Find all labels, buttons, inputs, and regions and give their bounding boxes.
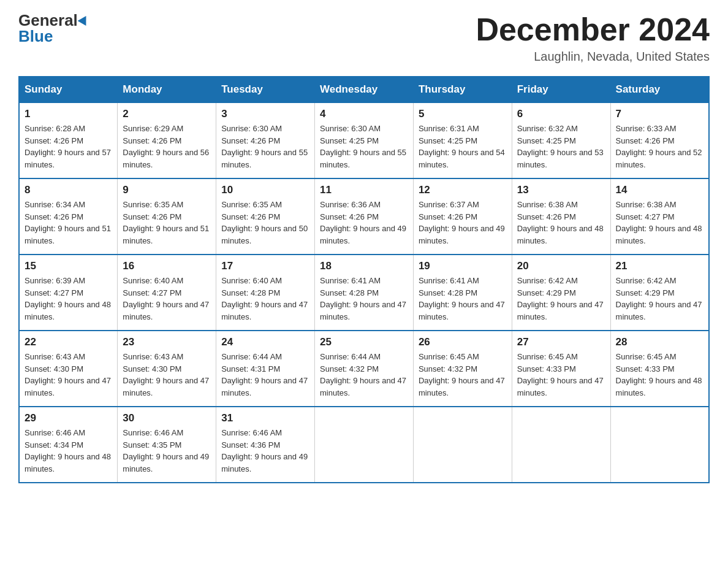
table-row: 25 Sunrise: 6:44 AMSunset: 4:32 PMDaylig… xyxy=(315,331,414,407)
logo-general: General xyxy=(18,12,78,28)
title-section: December 2024 Laughlin, Nevada, United S… xyxy=(476,12,710,64)
header-wednesday: Wednesday xyxy=(315,77,414,102)
table-row: 11 Sunrise: 6:36 AMSunset: 4:26 PMDaylig… xyxy=(315,178,414,255)
day-number: 6 xyxy=(517,108,605,120)
day-info: Sunrise: 6:35 AMSunset: 4:26 PMDaylight:… xyxy=(123,200,209,245)
table-row: 7 Sunrise: 6:33 AMSunset: 4:26 PMDayligh… xyxy=(610,102,709,178)
day-info: Sunrise: 6:29 AMSunset: 4:26 PMDaylight:… xyxy=(123,124,209,169)
day-info: Sunrise: 6:39 AMSunset: 4:27 PMDaylight:… xyxy=(25,276,111,321)
day-number: 9 xyxy=(123,184,211,196)
day-number: 25 xyxy=(320,336,408,348)
table-row: 1 Sunrise: 6:28 AMSunset: 4:26 PMDayligh… xyxy=(19,102,118,178)
table-row: 16 Sunrise: 6:40 AMSunset: 4:27 PMDaylig… xyxy=(118,255,216,331)
day-info: Sunrise: 6:46 AMSunset: 4:34 PMDaylight:… xyxy=(25,428,111,473)
table-row: 24 Sunrise: 6:44 AMSunset: 4:31 PMDaylig… xyxy=(216,331,315,407)
day-number: 3 xyxy=(221,108,309,120)
table-row: 17 Sunrise: 6:40 AMSunset: 4:28 PMDaylig… xyxy=(216,255,315,331)
day-number: 15 xyxy=(25,260,112,272)
calendar-week-row: 22 Sunrise: 6:43 AMSunset: 4:30 PMDaylig… xyxy=(19,331,709,407)
day-info: Sunrise: 6:40 AMSunset: 4:28 PMDaylight:… xyxy=(221,276,308,321)
calendar-table: Sunday Monday Tuesday Wednesday Thursday… xyxy=(18,76,710,483)
day-number: 18 xyxy=(320,260,408,272)
day-number: 31 xyxy=(221,412,309,424)
day-info: Sunrise: 6:36 AMSunset: 4:26 PMDaylight:… xyxy=(320,200,406,245)
table-row: 29 Sunrise: 6:46 AMSunset: 4:34 PMDaylig… xyxy=(19,407,118,483)
table-row: 8 Sunrise: 6:34 AMSunset: 4:26 PMDayligh… xyxy=(19,178,118,255)
day-info: Sunrise: 6:30 AMSunset: 4:25 PMDaylight:… xyxy=(320,124,406,169)
header-saturday: Saturday xyxy=(610,77,709,102)
calendar-week-row: 8 Sunrise: 6:34 AMSunset: 4:26 PMDayligh… xyxy=(19,178,709,255)
day-info: Sunrise: 6:45 AMSunset: 4:33 PMDaylight:… xyxy=(616,352,702,397)
calendar-title: December 2024 xyxy=(476,12,710,47)
table-row xyxy=(512,407,610,483)
day-number: 8 xyxy=(25,184,112,196)
table-row: 28 Sunrise: 6:45 AMSunset: 4:33 PMDaylig… xyxy=(610,331,709,407)
day-number: 10 xyxy=(221,184,309,196)
calendar-week-row: 15 Sunrise: 6:39 AMSunset: 4:27 PMDaylig… xyxy=(19,255,709,331)
day-info: Sunrise: 6:43 AMSunset: 4:30 PMDaylight:… xyxy=(123,352,209,397)
day-info: Sunrise: 6:38 AMSunset: 4:27 PMDaylight:… xyxy=(616,200,702,245)
day-info: Sunrise: 6:38 AMSunset: 4:26 PMDaylight:… xyxy=(517,200,604,245)
logo-triangle-icon xyxy=(77,13,90,26)
day-info: Sunrise: 6:42 AMSunset: 4:29 PMDaylight:… xyxy=(517,276,604,321)
header-thursday: Thursday xyxy=(413,77,512,102)
day-info: Sunrise: 6:34 AMSunset: 4:26 PMDaylight:… xyxy=(25,200,111,245)
day-info: Sunrise: 6:45 AMSunset: 4:32 PMDaylight:… xyxy=(419,352,505,397)
day-info: Sunrise: 6:41 AMSunset: 4:28 PMDaylight:… xyxy=(320,276,406,321)
day-info: Sunrise: 6:44 AMSunset: 4:31 PMDaylight:… xyxy=(221,352,308,397)
day-info: Sunrise: 6:35 AMSunset: 4:26 PMDaylight:… xyxy=(221,200,308,245)
table-row: 14 Sunrise: 6:38 AMSunset: 4:27 PMDaylig… xyxy=(610,178,709,255)
table-row: 20 Sunrise: 6:42 AMSunset: 4:29 PMDaylig… xyxy=(512,255,610,331)
table-row: 15 Sunrise: 6:39 AMSunset: 4:27 PMDaylig… xyxy=(19,255,118,331)
table-row: 6 Sunrise: 6:32 AMSunset: 4:25 PMDayligh… xyxy=(512,102,610,178)
day-number: 19 xyxy=(419,260,507,272)
table-row: 31 Sunrise: 6:46 AMSunset: 4:36 PMDaylig… xyxy=(216,407,315,483)
table-row xyxy=(315,407,414,483)
day-number: 27 xyxy=(517,336,605,348)
day-number: 28 xyxy=(616,336,703,348)
day-number: 26 xyxy=(419,336,507,348)
table-row: 3 Sunrise: 6:30 AMSunset: 4:26 PMDayligh… xyxy=(216,102,315,178)
table-row: 10 Sunrise: 6:35 AMSunset: 4:26 PMDaylig… xyxy=(216,178,315,255)
day-number: 4 xyxy=(320,108,408,120)
day-number: 5 xyxy=(419,108,507,120)
day-info: Sunrise: 6:42 AMSunset: 4:29 PMDaylight:… xyxy=(616,276,702,321)
day-info: Sunrise: 6:31 AMSunset: 4:25 PMDaylight:… xyxy=(419,124,505,169)
day-number: 29 xyxy=(25,412,112,424)
day-info: Sunrise: 6:45 AMSunset: 4:33 PMDaylight:… xyxy=(517,352,604,397)
day-info: Sunrise: 6:30 AMSunset: 4:26 PMDaylight:… xyxy=(221,124,308,169)
day-number: 7 xyxy=(616,108,703,120)
header-sunday: Sunday xyxy=(19,77,118,102)
day-number: 1 xyxy=(25,108,112,120)
header-tuesday: Tuesday xyxy=(216,77,315,102)
day-info: Sunrise: 6:46 AMSunset: 4:35 PMDaylight:… xyxy=(123,428,209,473)
day-info: Sunrise: 6:43 AMSunset: 4:30 PMDaylight:… xyxy=(25,352,111,397)
day-number: 12 xyxy=(419,184,507,196)
table-row: 13 Sunrise: 6:38 AMSunset: 4:26 PMDaylig… xyxy=(512,178,610,255)
table-row: 21 Sunrise: 6:42 AMSunset: 4:29 PMDaylig… xyxy=(610,255,709,331)
table-row: 18 Sunrise: 6:41 AMSunset: 4:28 PMDaylig… xyxy=(315,255,414,331)
logo-blue: Blue xyxy=(18,28,53,44)
table-row: 23 Sunrise: 6:43 AMSunset: 4:30 PMDaylig… xyxy=(118,331,216,407)
day-info: Sunrise: 6:37 AMSunset: 4:26 PMDaylight:… xyxy=(419,200,505,245)
table-row: 4 Sunrise: 6:30 AMSunset: 4:25 PMDayligh… xyxy=(315,102,414,178)
day-info: Sunrise: 6:28 AMSunset: 4:26 PMDaylight:… xyxy=(25,124,111,169)
calendar-week-row: 1 Sunrise: 6:28 AMSunset: 4:26 PMDayligh… xyxy=(19,102,709,178)
weekday-header-row: Sunday Monday Tuesday Wednesday Thursday… xyxy=(19,77,709,102)
day-number: 2 xyxy=(123,108,211,120)
day-info: Sunrise: 6:32 AMSunset: 4:25 PMDaylight:… xyxy=(517,124,604,169)
calendar-week-row: 29 Sunrise: 6:46 AMSunset: 4:34 PMDaylig… xyxy=(19,407,709,483)
day-number: 20 xyxy=(517,260,605,272)
header-friday: Friday xyxy=(512,77,610,102)
table-row: 2 Sunrise: 6:29 AMSunset: 4:26 PMDayligh… xyxy=(118,102,216,178)
page-header: General Blue December 2024 Laughlin, Nev… xyxy=(18,12,710,64)
logo: General Blue xyxy=(18,12,89,44)
header-monday: Monday xyxy=(118,77,216,102)
table-row: 19 Sunrise: 6:41 AMSunset: 4:28 PMDaylig… xyxy=(413,255,512,331)
day-info: Sunrise: 6:44 AMSunset: 4:32 PMDaylight:… xyxy=(320,352,406,397)
table-row: 5 Sunrise: 6:31 AMSunset: 4:25 PMDayligh… xyxy=(413,102,512,178)
table-row: 30 Sunrise: 6:46 AMSunset: 4:35 PMDaylig… xyxy=(118,407,216,483)
day-number: 14 xyxy=(616,184,703,196)
day-info: Sunrise: 6:46 AMSunset: 4:36 PMDaylight:… xyxy=(221,428,308,473)
day-info: Sunrise: 6:40 AMSunset: 4:27 PMDaylight:… xyxy=(123,276,209,321)
